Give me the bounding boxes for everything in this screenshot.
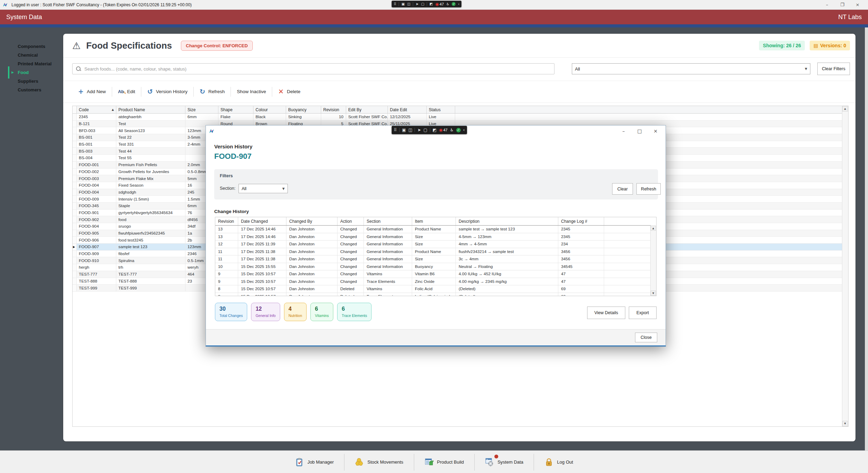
- check-circle-icon[interactable]: ✓: [456, 128, 461, 132]
- change-history-row[interactable]: 1217 Dec 2025 11:39Dan JohnstonChangedGe…: [215, 240, 651, 248]
- check-circle-icon[interactable]: ✓: [452, 2, 456, 6]
- video-camera-icon[interactable]: ◫: [408, 128, 412, 132]
- dock-item-system-data[interactable]: System Data: [475, 454, 534, 471]
- sidebar-item-food[interactable]: ▶Food: [0, 68, 63, 77]
- scroll-up-icon[interactable]: ▲: [842, 106, 848, 112]
- column-header-buoyancy[interactable]: Buoyancy: [286, 106, 321, 113]
- cell: fiushfv2343214 → sample test: [456, 248, 558, 255]
- record-count-badge[interactable]: ◉47: [435, 2, 444, 7]
- dock-item-label: System Data: [498, 459, 523, 465]
- sidebar-item-chemical[interactable]: Chemical: [0, 51, 63, 59]
- minimize-icon[interactable]: –: [616, 128, 632, 134]
- column-header-colour[interactable]: Colour: [253, 106, 286, 113]
- column-header-section[interactable]: Section: [364, 217, 412, 225]
- screen-settings-icon[interactable]: ▣: [402, 128, 406, 132]
- dialog-table-scrollbar[interactable]: ▲ ▼: [650, 226, 656, 296]
- collapse-icon[interactable]: ‹: [458, 2, 459, 6]
- accessibility-icon[interactable]: ♿: [446, 2, 449, 6]
- maximize-icon[interactable]: □: [632, 128, 648, 134]
- column-header-item[interactable]: Item: [412, 217, 456, 225]
- cursor-capture-icon[interactable]: ◩: [429, 2, 433, 6]
- row-header-cell: [73, 210, 77, 216]
- video-camera-icon[interactable]: ◫: [407, 2, 410, 6]
- cell: Buoyancy: [412, 263, 456, 270]
- record-count-badge[interactable]: ◉47: [439, 128, 448, 132]
- change-history-row[interactable]: 1317 Dec 2025 14:46Dan JohnstonChangedGe…: [215, 233, 651, 241]
- section-filter-select[interactable]: All▼: [239, 184, 288, 193]
- change-history-table: RevisionDate ChangedChanged ByActionSect…: [215, 217, 657, 296]
- search-input[interactable]: [84, 66, 554, 72]
- row-header-cell: [73, 257, 77, 264]
- dock-item-log-out[interactable]: Log Out: [534, 454, 583, 471]
- export-button[interactable]: Export: [629, 307, 657, 319]
- cursor-select-icon[interactable]: ➤: [416, 2, 418, 6]
- sidebar-item-printed-material[interactable]: Printed Material: [0, 59, 63, 68]
- column-header-size[interactable]: Size: [185, 106, 218, 113]
- column-header-revision[interactable]: Revision: [321, 106, 346, 113]
- dock-item-stock-movements[interactable]: Stock Movements: [344, 454, 414, 471]
- dock-item-product-build[interactable]: Product Build: [414, 454, 474, 471]
- scroll-down-icon[interactable]: ▼: [651, 291, 656, 296]
- column-header-code[interactable]: Code▲: [77, 106, 116, 113]
- collapse-icon[interactable]: ‹: [463, 128, 465, 132]
- dock-item-job-manager[interactable]: Job Manager: [284, 454, 344, 471]
- add-new-button[interactable]: +Add New: [72, 86, 112, 98]
- view-details-button[interactable]: View Details: [587, 307, 625, 319]
- column-header-changed-by[interactable]: Changed By: [286, 217, 337, 225]
- padlock-icon: [544, 458, 553, 467]
- category-filter-select[interactable]: All▼: [572, 63, 810, 74]
- change-history-row[interactable]: 1117 Dec 2025 11:38Dan JohnstonChangedGe…: [215, 255, 651, 263]
- change-history-row[interactable]: 1317 Dec 2025 14:46Dan JohnstonChangedGe…: [215, 226, 651, 233]
- table-row[interactable]: 2345atdeghaerbh6mmFlakeBlackSinking10Sco…: [73, 114, 842, 121]
- change-history-row[interactable]: 815 Dec 2025 10:57Dan JohnstonDeletedTra…: [215, 293, 651, 296]
- column-header-description[interactable]: Description: [456, 217, 558, 225]
- close-icon[interactable]: ×: [850, 2, 865, 7]
- grip-icon[interactable]: ⠿: [394, 128, 397, 132]
- stop-frame-icon[interactable]: ▢: [424, 128, 427, 132]
- change-history-row[interactable]: 1117 Dec 2025 11:38Dan JohnstonChangedGe…: [215, 248, 651, 256]
- column-header-edit-by[interactable]: Edit By: [346, 106, 388, 113]
- accessibility-icon[interactable]: ♿: [450, 128, 454, 132]
- cursor-select-icon[interactable]: ➤: [417, 128, 421, 132]
- column-header-action[interactable]: Action: [337, 217, 364, 225]
- sidebar-item-components[interactable]: Components: [0, 42, 63, 51]
- column-header-change-log-[interactable]: Change Log #: [558, 217, 604, 225]
- stop-frame-icon[interactable]: ▢: [421, 2, 424, 6]
- sidebar-item-suppliers[interactable]: Suppliers: [0, 77, 63, 85]
- scroll-down-icon[interactable]: ▼: [842, 421, 848, 426]
- minimize-icon[interactable]: –: [819, 2, 835, 7]
- cell: BS-001: [77, 134, 116, 141]
- show-inactive-button[interactable]: Show Inactive: [231, 86, 272, 98]
- change-history-row[interactable]: 815 Dec 2025 10:57Dan JohnstonDeletedVit…: [215, 285, 651, 293]
- change-history-row[interactable]: 915 Dec 2025 10:57Dan JohnstonChangedTra…: [215, 278, 651, 286]
- change-history-row[interactable]: 915 Dec 2025 10:57Dan JohnstonChangedVit…: [215, 270, 651, 278]
- column-header-date-edit[interactable]: Date Edit: [388, 106, 427, 113]
- column-header-date-changed[interactable]: Date Changed: [238, 217, 286, 225]
- table-scrollbar[interactable]: ▲ ▼: [842, 106, 848, 426]
- screen-settings-icon[interactable]: ▣: [401, 2, 404, 6]
- clear-filters-button[interactable]: Clear Filters: [817, 63, 850, 75]
- edit-button[interactable]: Ab✎Edit: [112, 86, 141, 98]
- filters-clear-button[interactable]: Clear: [612, 183, 633, 195]
- restore-icon[interactable]: ❐: [835, 2, 850, 7]
- grip-icon[interactable]: ⠿: [394, 2, 396, 6]
- column-header-status[interactable]: Status: [427, 106, 455, 113]
- column-header-product-name[interactable]: Product Name: [116, 106, 185, 113]
- column-header-shape[interactable]: Shape: [218, 106, 253, 113]
- delete-button[interactable]: ✕Delete: [272, 86, 306, 98]
- dock-item-label: Product Build: [437, 459, 464, 465]
- refresh-button[interactable]: ↻Refresh: [194, 86, 231, 98]
- filters-refresh-button[interactable]: Refresh: [636, 183, 661, 195]
- scroll-up-icon[interactable]: ▲: [651, 226, 656, 231]
- close-button[interactable]: Close: [635, 333, 657, 342]
- desktop: Logged in user : Scott Fisher SWF Consul…: [0, 0, 868, 473]
- sidebar-item-customers[interactable]: Customers: [0, 85, 63, 94]
- row-header-cell: [73, 162, 77, 168]
- column-header-revision[interactable]: Revision: [215, 217, 238, 225]
- recorder-toolbar[interactable]: ⠿▣◫➤▢◩◉47♿✓‹: [392, 126, 467, 134]
- close-icon[interactable]: ×: [648, 128, 663, 134]
- version-history-button[interactable]: ↺Version History: [141, 86, 193, 98]
- cursor-capture-icon[interactable]: ◩: [433, 128, 436, 132]
- change-history-row[interactable]: 1015 Dec 2025 15:55Dan JohnstonChangedGe…: [215, 263, 651, 271]
- recorder-toolbar[interactable]: ⠿▣◫➤▢◩◉47♿✓‹: [392, 1, 461, 7]
